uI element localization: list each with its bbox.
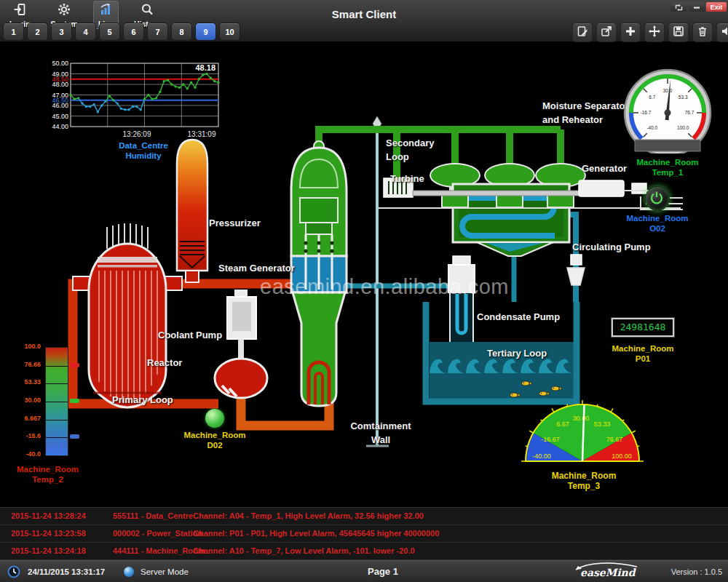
bar-gauge-column [45,347,68,456]
tab-2[interactable]: 2 [27,23,48,41]
trend-caption: Data_Centre Humidity [92,140,194,161]
value-marker [70,399,79,403]
sound-button[interactable] [716,23,728,42]
digital-display-p01: 24981648 Machine_Room P01 [603,318,683,364]
status-bar: 24/11/2015 13:31:17 Server Mode Page 1 e… [0,560,728,582]
svg-text:50.00: 50.00 [52,60,68,67]
label-steam-generator: Steam Generator [218,261,295,275]
trend-current-value: 48.18 [195,63,215,72]
tab-5[interactable]: 5 [99,23,120,41]
svg-text:-40.00: -40.00 [532,453,551,460]
gauge-machine-room-temp1: -40.0 -16.7 6.7 30.0 53.3 76.7 100.0 Mac… [620,68,715,178]
tab-3[interactable]: 3 [51,23,72,41]
svg-text:76.7: 76.7 [685,110,695,115]
bar-scale-tick: -16.6 [6,432,41,439]
bar-scale-tick: 100.0 [6,343,41,350]
label-reactor: Reactor [147,356,182,370]
power-widget-o02: Machine_Room O02 [621,186,694,234]
label-condensate-pump: Condensate Pump [477,310,560,324]
bar-gauge-temp2: 100.0 76.66 53.33 30.00 6.667 -16.6 -40.… [6,342,90,487]
bar-scale-tick: -40.0 [6,450,41,458]
svg-text:30.0: 30.0 [663,88,673,93]
bar-temp2-caption: Machine_Room Temp_2 [6,464,90,485]
svg-text:44.00: 44.00 [52,123,68,130]
gauge-temp3-caption: Machine_Room Temp_3 [518,471,649,491]
alarm-list: 2015-11-24 13:28:24 555111 - Data_Centre… [0,507,728,560]
svg-text:100.00: 100.00 [612,453,632,460]
svg-text:53.3: 53.3 [678,95,688,100]
edit-page-button[interactable] [572,23,593,42]
power-o02-caption: Machine_Room O02 [621,213,694,234]
alarm-message: Channel: P01 - P01, High Level Alarm, 45… [193,525,439,542]
svg-text:-16.7: -16.7 [641,110,652,115]
add-icon [625,25,636,40]
trend-chart-humidity: 50.00 49.00 48.00 47.00 46.00 45.00 44.0… [36,60,222,164]
clock-icon [7,565,20,581]
power-button-icon[interactable] [645,186,670,211]
edit-icon [577,25,588,40]
tab-8[interactable]: 8 [171,23,192,41]
restore-button[interactable] [670,2,687,12]
save-button[interactable] [668,23,689,42]
tab-10[interactable]: 10 [219,23,240,41]
speaker-icon [721,25,728,40]
page-tabs: 1 2 3 4 5 6 7 8 9 10 [3,23,240,41]
add-button[interactable] [620,23,641,42]
svg-text:6.67: 6.67 [556,420,569,428]
tab-6[interactable]: 6 [123,23,144,41]
alarm-row[interactable]: 2015-11-24 13:28:24 555111 - Data_Centre… [0,508,728,525]
label-primary-loop: Primary Loop [112,393,173,407]
trend-xtick-start: 13:26:09 [123,130,151,138]
svg-text:76.67: 76.67 [606,436,623,443]
tab-4[interactable]: 4 [75,23,96,41]
alarm-row[interactable]: 2015-11-24 13:24:18 444111 - Machine_Roo… [0,543,728,560]
high-setpoint-marker [70,363,79,367]
indicator-d02-caption: Machine_Room D02 [182,430,248,450]
status-lamp-icon [205,409,224,428]
alarm-row[interactable]: 2015-11-24 13:23:58 000002 - Power_Stati… [0,525,728,543]
bar-scale-tick: 53.33 [6,378,41,386]
label-secondary-loop: Secondary Loop [386,136,434,164]
alarm-message: Channel: A10 - Temp_7, Low Level Alarm, … [193,543,415,559]
coolant-pump-graphic [215,290,267,398]
server-mode-label: Server Mode [141,561,189,582]
server-mode-icon [124,567,134,577]
alarm-time: 2015-11-24 13:28:24 [11,508,86,525]
alarm-source: 444111 - Machine_Room [113,543,205,559]
export-button[interactable] [596,23,617,42]
digital-value: 24981648 [612,318,674,337]
bar-scale-tick: 30.00 [6,396,41,404]
tab-7[interactable]: 7 [147,23,168,41]
label-tertiary-loop: Tertiary Loop [487,346,547,360]
svg-text:53.33: 53.33 [594,420,611,428]
restore-icon [675,1,683,14]
alarm-source: 555111 - Data_Centre [113,508,193,525]
indicator-d02: Machine_Room D02 [182,409,248,450]
svg-text:6.7: 6.7 [649,95,655,100]
toolbar [572,23,728,42]
gauge-machine-room-temp3: -40.00 -16.67 6.67 30.00 53.33 76.67 100… [518,397,649,491]
label-moisture-separator: Moisture Separator and Reheator [542,99,628,127]
minimize-icon [693,1,700,14]
move-button[interactable] [644,23,665,42]
move-icon [649,25,660,40]
alarm-source: 000002 - Power_Station [113,525,202,542]
svg-text:100.0: 100.0 [677,125,689,130]
label-circulating-pump: Circulating Pump [572,240,651,254]
exit-button[interactable]: Exit [706,2,727,12]
tab-9[interactable]: 9 [195,23,216,41]
tab-1[interactable]: 1 [3,23,24,41]
save-icon [673,25,684,40]
alarm-time: 2015-11-24 13:24:18 [11,543,86,559]
trash-icon [697,25,708,40]
status-datetime: 24/11/2015 13:31:17 [28,561,105,582]
label-pressurizer: Pressurizer [209,216,261,230]
svg-text:30.00: 30.00 [573,415,590,422]
alarm-message: Channel: A04 - Temp_1, High Level Alarm,… [193,508,424,525]
minimize-button[interactable] [689,2,705,12]
digital-p01-caption: Machine_Room P01 [603,343,683,364]
delete-button[interactable] [692,23,713,42]
label-containment-wall: Comtainment Wall [350,419,411,447]
label-coolant-pump: Coolant Pump [158,328,222,342]
circulating-pump-graphic [567,255,585,285]
